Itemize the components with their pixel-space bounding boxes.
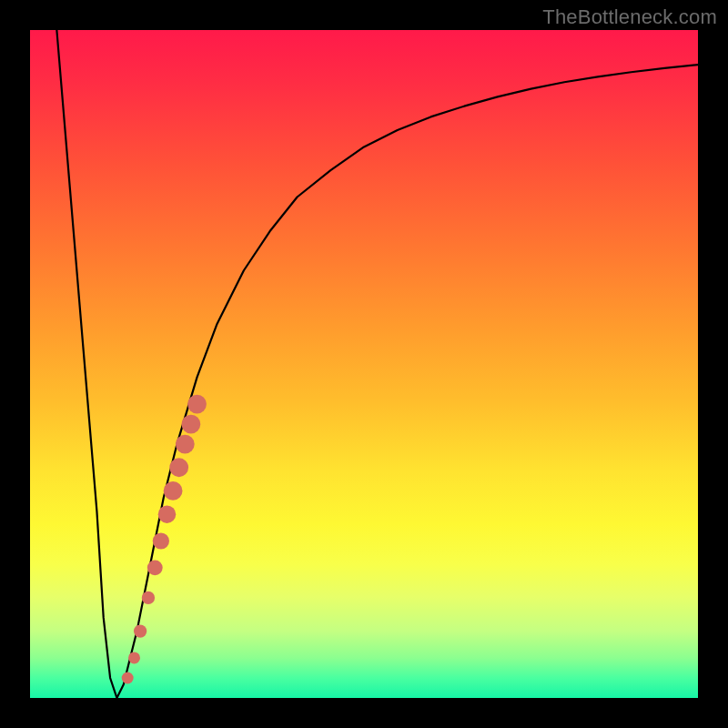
curve-dot xyxy=(181,415,200,434)
plot-area xyxy=(30,30,698,698)
curve-dot xyxy=(147,560,163,575)
curve-dot xyxy=(158,505,177,523)
curve-dot xyxy=(122,672,134,683)
curve-dot xyxy=(142,592,155,604)
watermark-text: TheBottleneck.com xyxy=(542,5,717,29)
chart-frame: TheBottleneck.com xyxy=(0,0,728,728)
chart-svg xyxy=(30,30,698,698)
curve-dot xyxy=(134,624,147,637)
curve-dot xyxy=(169,458,188,477)
curve-dot xyxy=(164,481,183,500)
curve-dot xyxy=(128,652,140,663)
curve-dot xyxy=(187,395,207,414)
curve-dot xyxy=(176,435,195,454)
curve-dot xyxy=(153,532,169,549)
